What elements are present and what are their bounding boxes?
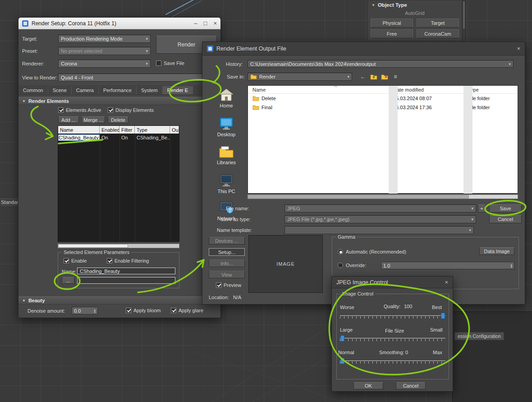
coronacam-button[interactable]: CoronaCam [417,29,459,38]
merge-element-button[interactable]: Merge ... [82,116,105,123]
tab-performance[interactable]: Performance [99,86,137,94]
gamma-override-radio[interactable]: Override: [338,263,366,268]
close-icon[interactable]: × [213,20,217,26]
save-as-type-dropdown[interactable]: JPEG File (*.jpg,*.jpe,*.jpeg)▾ [284,215,476,223]
save-file-checkbox[interactable]: Save File [156,60,184,66]
spin-down-icon[interactable]: ▾ [510,266,512,268]
target-dropdown[interactable]: Production Rendering Mode▾ [58,35,151,43]
tab-common[interactable]: Common [18,86,48,94]
autogrid-label[interactable]: AutoGrid [368,10,462,16]
render-setup-title: Render Setup: Corona 11 (Hotfix 1) [32,20,116,27]
target-button[interactable]: Target [417,18,459,28]
elements-active-checkbox[interactable]: Elements Active [58,107,101,113]
add-element-button[interactable]: Add ... [58,116,79,123]
file-list-header[interactable]: Name Date modified Type ^ [248,86,518,94]
save-as-type-label: Save as type: [220,217,251,222]
tab-system[interactable]: System [137,86,163,94]
view-to-render-dropdown[interactable]: Quad 4 - Front▾ [58,74,217,82]
tab-camera[interactable]: Camera [72,86,99,94]
jpeg-cancel-button[interactable]: Cancel [396,382,426,389]
table-row[interactable]: CShading_Beauty On On CShading_Be... [58,134,179,141]
minimize-icon[interactable]: – [194,20,197,26]
new-folder-icon[interactable] [380,73,389,81]
display-elements-checkbox[interactable]: Display Elements [108,107,154,113]
element-name-input[interactable]: CShading_Beauty [77,268,175,274]
smoothing-slider-handle[interactable] [340,358,344,364]
file-list-scrollbar[interactable] [248,194,518,199]
enable-filtering-checkbox[interactable]: Enable Filtering [107,258,149,263]
quality-label: Quality: [384,304,400,309]
close-icon[interactable]: × [517,46,520,51]
beauty-rollout[interactable]: ▼ Beauty [18,296,220,305]
session-configuration-tag[interactable]: ession Configuration [454,332,504,340]
sidebar-item-this-pc[interactable]: This PC [207,174,246,194]
info-button[interactable]: Info... [209,259,245,267]
quality-slider-handle[interactable] [441,313,445,319]
quality-slider[interactable] [340,313,445,320]
gamma-group-title: Gamma [336,234,357,240]
file-row-delete[interactable]: Delete 15.03.2024 08:07 File folder [248,94,518,103]
jpeg-dialog-titlebar[interactable]: JPEG Image Control × [332,277,453,288]
folder-icon [252,105,259,110]
sidebar-item-home[interactable]: Home [207,88,246,108]
output-file-dialog: Render Element Output File × History: C:… [202,42,525,305]
normal-label: Normal [338,350,354,355]
setup-button[interactable]: Setup... [209,248,245,256]
ok-button[interactable]: OK [353,382,383,389]
data-image-button[interactable]: Data Image [479,247,514,255]
browse-output-button[interactable]: ... [62,277,74,284]
add-template-button[interactable]: + [478,204,486,213]
file-name-input[interactable]: JPEG▾ [284,204,476,213]
file-size-slider-handle[interactable] [340,335,344,342]
preset-dropdown[interactable]: No preset selected▾ [58,47,151,55]
delete-element-button[interactable]: Delete [108,116,128,123]
file-row-final[interactable]: Final 16.03.2024 17:36 File folder [248,103,518,112]
close-icon[interactable]: × [445,279,448,285]
up-one-level-icon[interactable] [369,73,378,81]
view-menu-icon[interactable]: ≡ [391,73,400,81]
jpeg-dialog-title: JPEG Image Control [336,279,388,286]
view-to-render-label: View to Render: [22,75,57,80]
tab-scene[interactable]: Scene [48,86,72,94]
render-elements-rollout[interactable]: ▼ Render Elements [18,97,220,105]
tab-render-elements[interactable]: Render E [163,86,193,94]
smoothing-slider[interactable] [340,358,445,365]
sidebar-item-desktop[interactable]: Desktop [207,117,246,137]
table-header[interactable]: Name Enabled Filter Type Ou [58,126,179,134]
sidebar-item-libraries[interactable]: Libraries [207,146,246,165]
name-template-label: Name template: [217,227,252,233]
preview-checkbox[interactable]: Preview [216,282,241,288]
free-button[interactable]: Free [371,29,413,38]
denoise-amount-spinner[interactable]: 0.0 ▴▾ [72,307,98,314]
scrollbar-thumb[interactable] [248,195,469,199]
apply-bloom-checkbox[interactable]: Apply bloom [126,308,161,313]
save-button[interactable]: Save [489,204,522,213]
devices-button[interactable]: Devices ... [209,237,245,245]
apply-glare-checkbox[interactable]: Apply glare [171,308,203,313]
file-size-slider[interactable] [340,335,445,342]
best-label: Best [432,305,442,310]
name-template-dropdown[interactable]: ▾ [284,226,474,234]
scrollbar-thumb[interactable] [58,244,128,248]
object-type-header[interactable]: ▼ Object Type [368,0,462,8]
view-button[interactable]: View [209,271,245,278]
large-label: Large [340,327,353,333]
spin-down-icon[interactable]: ▾ [94,311,96,313]
max-label: Max [433,350,442,355]
enable-checkbox[interactable]: Enable [64,258,87,263]
save-in-dropdown[interactable]: Render ▾ [248,73,352,81]
physical-button[interactable]: Physical [371,18,413,28]
render-setup-titlebar[interactable]: Render Setup: Corona 11 (Hotfix 1) – □ × [18,18,220,29]
output-path-input[interactable] [77,277,175,284]
renderer-dropdown[interactable]: Corona▾ [58,60,151,68]
cancel-button[interactable]: Cancel [489,215,522,223]
back-icon[interactable]: ← [358,73,367,81]
history-dropdown[interactable]: C:\Users\eamain\Documents\3ds Max 2024\r… [248,60,514,68]
table-horizontal-scrollbar[interactable] [58,244,179,248]
gamma-override-spinner[interactable]: 1.0 ▴▾ [381,262,514,269]
panel-scrollbar-thumb[interactable] [463,1,465,28]
output-dialog-icon [207,46,213,52]
gamma-automatic-radio[interactable]: Automatic (Recommended) [338,249,406,254]
output-dialog-titlebar[interactable]: Render Element Output File × [202,42,525,55]
maximize-icon[interactable]: □ [204,20,207,26]
